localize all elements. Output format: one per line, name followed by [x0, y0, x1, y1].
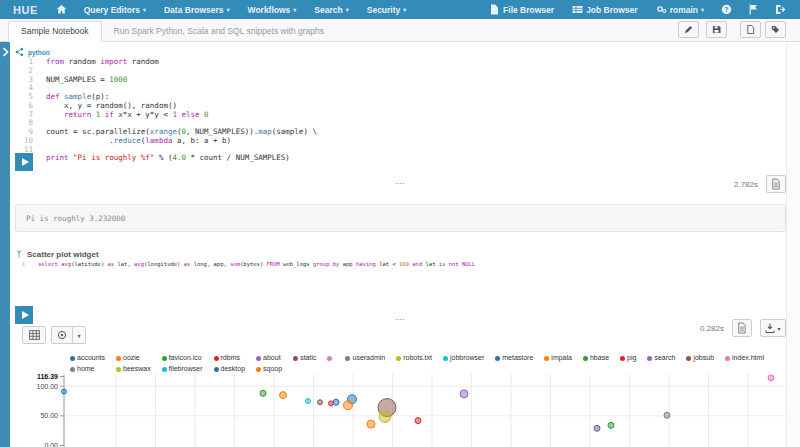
sql-code-lines: select avg(latitude) as lat, avg(longitu… [30, 260, 786, 306]
play-icon [22, 158, 29, 166]
file-browser-icon [489, 4, 500, 15]
legend-item[interactable]: useradmin [345, 352, 396, 363]
notebook-actions [678, 21, 786, 38]
legend-item[interactable]: rdbms [214, 352, 257, 363]
scatter-point[interactable] [333, 399, 339, 405]
legend-item[interactable]: impala [544, 352, 583, 363]
chevron-down-icon: ▾ [293, 6, 296, 13]
legend-item[interactable]: home [70, 363, 116, 374]
navbar-right: File Browser Job Browser romain ▾ ? [480, 4, 800, 15]
scatter-point[interactable] [415, 418, 421, 424]
run-python-button[interactable] [15, 153, 33, 171]
legend-dot-icon [116, 367, 121, 372]
sql-code-editor[interactable]: 1 select avg(latitude) as lat, avg(longi… [15, 260, 786, 306]
legend-item[interactable]: oozie [116, 352, 162, 363]
legend-item[interactable]: beeswax [116, 363, 162, 374]
legend-item[interactable]: robots.txt [396, 352, 443, 363]
scatter-chart-icon[interactable] [51, 326, 73, 344]
legend-item[interactable]: hbase [583, 352, 620, 363]
legend-item[interactable]: desktop [214, 363, 257, 374]
legend-dot-icon [620, 356, 625, 361]
scatter-point[interactable] [344, 401, 353, 410]
nav-label: Job Browser [586, 5, 638, 15]
nav-job-browser[interactable]: Job Browser [563, 4, 647, 15]
sql-snippet: Scatter plot widget 1 select avg(latitud… [15, 248, 786, 447]
legend-dot-icon [293, 356, 298, 361]
resize-handle[interactable]: ... [15, 178, 786, 186]
edit-icon[interactable] [678, 21, 699, 38]
legend-dot-icon [725, 356, 730, 361]
scatter-point[interactable] [62, 389, 67, 394]
legend-dot-icon [214, 367, 219, 372]
legend-item[interactable]: jobsub [686, 352, 725, 363]
legend-item[interactable]: favicon.ico [162, 352, 214, 363]
legend-dot-icon [495, 356, 500, 361]
scatter-point[interactable] [306, 399, 311, 404]
nav-label: romain [670, 5, 698, 15]
legend-item[interactable]: pig [620, 352, 647, 363]
scatter-point[interactable] [318, 400, 323, 405]
logout-icon[interactable] [767, 4, 794, 15]
legend-item[interactable]: jobbrowser [443, 352, 495, 363]
notebook-description: Run Spark Python, Scala and SQL snippets… [114, 26, 324, 36]
nav-menu-workflows[interactable]: Workflows ▾ [239, 5, 306, 15]
chevron-down-icon: ▾ [143, 6, 146, 13]
legend-item[interactable]: accounts [70, 352, 116, 363]
legend-item[interactable]: filebrowser [162, 363, 214, 374]
scatter-point[interactable] [367, 420, 375, 428]
chevron-down-icon: ▾ [701, 6, 704, 13]
page-scrollbar[interactable] [786, 42, 800, 447]
python-code-editor[interactable]: 12345678910111213 from random import ran… [15, 58, 786, 172]
notebook-tab[interactable]: Sample Notebook [8, 21, 102, 42]
hue-logo[interactable]: HUE [13, 4, 38, 16]
legend-item[interactable]: index.html [725, 352, 775, 363]
chart-type-caret[interactable]: ▾ [73, 326, 86, 344]
legend-dot-icon [70, 367, 75, 372]
nav-user-menu[interactable]: romain ▾ [647, 4, 713, 15]
scatter-point[interactable] [664, 412, 670, 418]
legend-item[interactable]: static [293, 352, 327, 363]
assist-panel-toggle[interactable] [0, 42, 10, 447]
nav-menu-query-editors[interactable]: Query Editors ▾ [75, 5, 155, 15]
chart-legend: accountsooziefavicon.icordbmsaboutstatic… [70, 352, 775, 374]
tags-icon[interactable] [765, 21, 786, 38]
nav-menu-search[interactable]: Search ▾ [305, 5, 357, 15]
hive-snippet-icon [15, 249, 23, 259]
scatter-point[interactable] [768, 375, 774, 381]
save-icon[interactable] [706, 21, 727, 38]
legend-dot-icon [214, 356, 219, 361]
download-icon[interactable]: ▾ [760, 319, 786, 337]
legend-item[interactable]: sqoop [256, 363, 293, 374]
result-doc-icon[interactable] [732, 319, 752, 337]
svg-text:0.00: 0.00 [44, 442, 58, 447]
legend-dot-icon [396, 356, 401, 361]
home-icon[interactable] [48, 4, 75, 15]
nav-file-browser[interactable]: File Browser [480, 4, 563, 15]
scatter-point[interactable] [460, 390, 468, 398]
resize-handle[interactable]: ... [15, 314, 786, 322]
scatter-point[interactable] [594, 425, 600, 431]
grid-view-icon[interactable] [22, 326, 46, 344]
svg-text:?: ? [724, 6, 728, 13]
new-doc-icon[interactable] [740, 21, 761, 38]
scatter-point[interactable] [379, 410, 391, 422]
legend-dot-icon [116, 356, 121, 361]
nav-menu-data-browsers[interactable]: Data Browsers ▾ [155, 5, 239, 15]
legend-item[interactable]: search [647, 352, 686, 363]
legend-item[interactable] [327, 352, 345, 363]
python-snippet: python 12345678910111213 from random imp… [15, 46, 786, 232]
result-view-toolbar: ▾ [22, 326, 86, 344]
legend-dot-icon [256, 356, 261, 361]
scatter-point[interactable] [260, 390, 266, 396]
legend-dot-icon [583, 356, 588, 361]
flag-icon[interactable] [740, 4, 767, 15]
legend-item[interactable]: metastore [495, 352, 544, 363]
result-doc-icon[interactable] [766, 175, 786, 193]
scatter-chart[interactable]: 116.39100.0050.000.00 [15, 374, 786, 447]
nav-menu-security[interactable]: Security ▾ [358, 5, 416, 15]
scatter-point[interactable] [280, 392, 287, 399]
snippet-title: Scatter plot widget [27, 250, 99, 259]
legend-item[interactable]: about [256, 352, 293, 363]
help-icon[interactable]: ? [713, 4, 740, 15]
scatter-point[interactable] [608, 422, 614, 428]
